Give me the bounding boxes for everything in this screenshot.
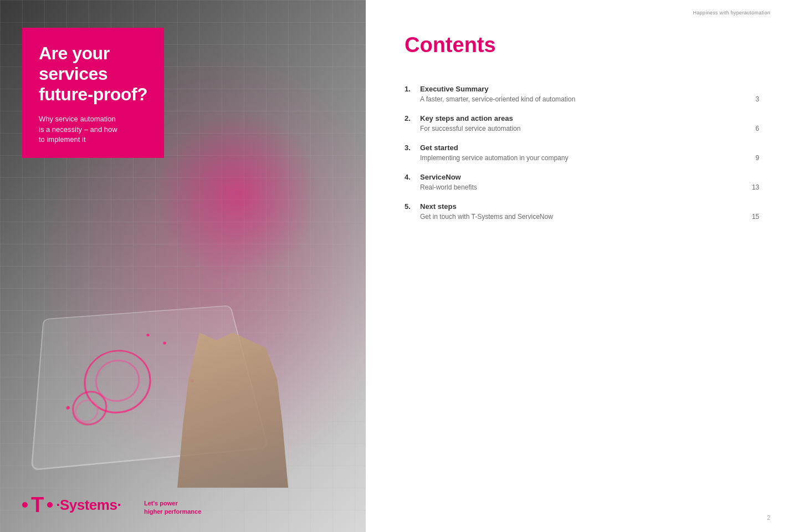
header-note: Happiness with hyperautomation (693, 10, 770, 16)
toc-number: 4. (405, 173, 420, 181)
cover-subtitle: Why service automation is a necessity – … (39, 114, 147, 145)
left-panel: Are your services future-proof? Why serv… (0, 0, 366, 532)
toc-page-number: 3 (748, 95, 759, 103)
cover-title: Are your services future-proof? (39, 43, 147, 104)
circuit-dot (66, 406, 70, 410)
tagline-text: Let's power higher performance (144, 499, 201, 515)
toc-section-title: Get started (420, 144, 759, 152)
toc-subtitle: A faster, smarter, service-oriented kind… (420, 95, 737, 103)
title-box: Are your services future-proof? Why serv… (22, 28, 164, 158)
toc-subtitle: Get in touch with T-Systems and ServiceN… (420, 213, 737, 221)
table-of-contents: 1. Executive Summary A faster, smarter, … (405, 85, 759, 232)
toc-number: 3. (405, 144, 420, 152)
toc-number: 1. (405, 85, 420, 93)
toc-item: 4. ServiceNow Real-world benefits 13 (405, 173, 759, 198)
t-logo: T (22, 494, 53, 515)
right-panel: Happiness with hyperautomation Contents … (366, 0, 798, 532)
tagline: Let's power higher performance (144, 499, 201, 515)
toc-number: 5. (405, 202, 420, 211)
page-number: 2 (767, 514, 770, 521)
contents-title: Contents (405, 33, 759, 57)
hand-illustration (177, 332, 288, 488)
toc-section-title: Next steps (420, 202, 759, 211)
toc-page-number: 15 (748, 213, 759, 221)
toc-subtitle: Implementing service automation in your … (420, 154, 737, 162)
toc-page-number: 13 (748, 183, 759, 191)
t-dot-left (22, 502, 28, 508)
scene-illustration (28, 211, 305, 488)
toc-subtitle: For successful service automation (420, 125, 737, 132)
logo-area: T ·Systems· (22, 494, 121, 515)
toc-page-number: 6 (748, 125, 759, 132)
circuit-dot (163, 341, 166, 344)
toc-section-title: Key steps and action areas (420, 114, 759, 122)
toc-item: 3. Get started Implementing service auto… (405, 144, 759, 168)
t-dot-right (47, 502, 53, 508)
toc-section-title: Executive Summary (420, 85, 759, 93)
toc-number: 2. (405, 114, 420, 122)
toc-section-title: ServiceNow (420, 173, 759, 181)
toc-item: 2. Key steps and action areas For succes… (405, 114, 759, 139)
toc-item: 1. Executive Summary A faster, smarter, … (405, 85, 759, 110)
circuit-dot (146, 334, 150, 336)
toc-subtitle: Real-world benefits (420, 183, 737, 191)
toc-page-number: 9 (748, 154, 759, 162)
systems-text: ·Systems· (56, 497, 121, 514)
t-letter: T (31, 494, 44, 515)
toc-item: 5. Next steps Get in touch with T-System… (405, 202, 759, 227)
